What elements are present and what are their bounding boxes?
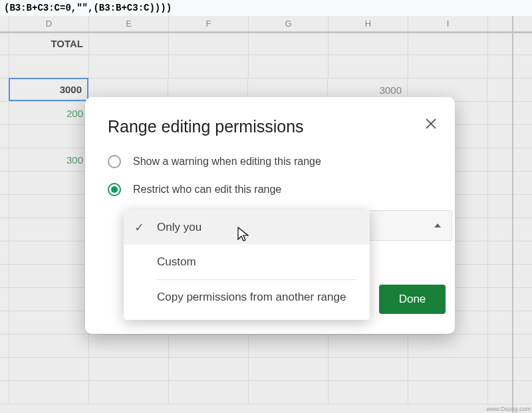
close-button[interactable] (422, 114, 440, 133)
dropdown-item-copy[interactable]: Copy permissions from another range (124, 280, 370, 315)
close-icon (425, 118, 437, 130)
chevron-up-icon (434, 223, 441, 227)
option-restrict[interactable]: Restrict who can edit this range (108, 183, 438, 196)
pointer-cursor-icon (236, 226, 251, 247)
check-icon: ✓ (134, 220, 144, 235)
dropdown-item-custom[interactable]: Custom (124, 245, 370, 279)
dropdown-label: Custom (157, 255, 196, 269)
dialog-title: Range editing permissions (108, 117, 438, 136)
dropdown-label: Only you (157, 221, 201, 234)
watermark: www.Dsusg.com (486, 406, 531, 412)
done-button[interactable]: Done (379, 285, 446, 314)
formula-bar[interactable]: (B3:B+C3:C=0,"",(B3:B+C3:C)))) (0, 0, 532, 16)
option-show-warning[interactable]: Show a warning when editing this range (108, 155, 438, 168)
radio-checked-icon (108, 183, 121, 196)
radio-unchecked-icon (108, 155, 121, 168)
dropdown-label: Copy permissions from another range (157, 291, 346, 304)
option-label: Restrict who can edit this range (133, 184, 281, 196)
option-label: Show a warning when editing this range (133, 156, 321, 168)
